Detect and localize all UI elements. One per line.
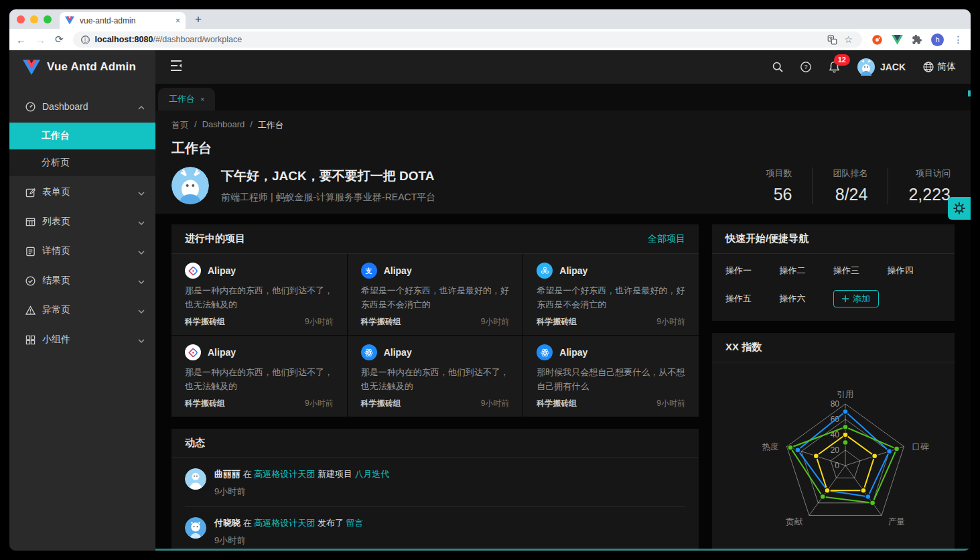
sidebar-group-dashboard[interactable]: Dashboard [9,93,155,120]
activity-card-title: 动态 [185,437,205,449]
quick-link-3[interactable]: 操作三 [833,265,888,277]
header-stats: 项目数 56 团队排名 8/24 项目访问 2,223 [746,167,955,204]
project-group[interactable]: 科学搬砖组 [185,316,225,328]
browser-tab[interactable]: vue-antd-admin × [60,12,186,29]
extensions-puzzle-icon[interactable] [912,34,922,45]
warning-icon [25,305,36,316]
chevron-down-icon [138,187,145,198]
project-group[interactable]: 科学搬砖组 [185,398,225,409]
project-group[interactable]: 科学搬砖组 [361,316,401,328]
chevron-down-icon [138,275,145,286]
chevron-down-icon [138,246,145,257]
chevron-down-icon [138,305,145,316]
project-group[interactable]: 科学搬砖组 [537,398,577,409]
sidebar-group-result[interactable]: 结果页 [9,267,155,294]
help-icon[interactable]: ? [800,62,811,72]
close-tab-icon[interactable]: × [176,16,180,25]
quick-link-2[interactable]: 操作二 [780,265,834,277]
greeting-subtitle: 前端工程师 | 蚂蚁金服-计算服务事业群-REACT平台 [221,192,746,204]
new-tab-button[interactable]: + [195,13,202,26]
browser-menu-icon[interactable]: ⋮ [953,34,964,46]
activity-group-link[interactable]: 高逼格设计天团 [254,518,315,528]
notifications-bell-icon[interactable]: 12 [829,61,840,73]
sidebar-group-form[interactable]: 表单页 [9,179,155,206]
project-group[interactable]: 科学搬砖组 [537,316,577,328]
svg-text:引用: 引用 [837,390,854,399]
all-projects-link[interactable]: 全部项目 [648,233,685,245]
back-icon[interactable]: ← [16,34,26,46]
quick-link-6[interactable]: 操作六 [780,293,834,305]
quick-link-5[interactable]: 操作五 [725,293,780,305]
quick-link-1[interactable]: 操作一 [725,265,780,277]
activity-user[interactable]: 曲丽丽 [214,469,240,479]
translate-icon[interactable] [827,35,837,45]
project-card[interactable]: 支 Alipay 希望是一个好东西，也许是最好的，好东西是不会消亡的 科学搬砖组… [348,254,523,335]
project-card[interactable]: Alipay 那时候我只会想自己想要什么，从不想自己拥有什么 科学搬砖组 9小时… [523,336,699,417]
greeting-text: 下午好，JACK，要不要打一把 DOTA [221,167,746,185]
quick-link-4[interactable]: 操作四 [888,265,942,277]
stat-projects: 项目数 56 [746,167,812,204]
chevron-up-icon [138,101,145,112]
radar-card-title: XX 指数 [725,341,762,354]
browser-toolbar: ← → ⟳ ⓘ localhost:8080/#/dashboard/workp… [9,29,971,50]
app-logo[interactable]: Vue Antd Admin [9,50,155,84]
page-tabbar: 工作台 × [155,84,971,111]
minimize-window-button[interactable] [30,15,38,23]
notification-badge: 12 [834,54,850,66]
atom-logo-icon [361,344,377,360]
bookmark-star-icon[interactable]: ☆ [843,34,854,46]
check-circle-icon [25,276,36,286]
widget-icon [25,335,36,345]
project-time: 9小时前 [305,398,334,409]
horizontal-scrollbar[interactable] [155,549,971,551]
page-tab-workplace[interactable]: 工作台 × [158,88,215,111]
breadcrumb-home[interactable]: 首页 [171,119,189,131]
vertical-scrollbar-thumb[interactable] [968,90,971,96]
activity-user[interactable]: 付晓晓 [214,518,240,528]
activity-group-link[interactable]: 高逼格设计天团 [254,469,315,479]
project-desc: 希望是一个好东西，也许是最好的，好东西是不会消亡的 [361,283,510,312]
add-button[interactable]: 添加 [833,290,879,307]
user-menu[interactable]: JACK [857,58,906,76]
url-bar[interactable]: ⓘ localhost:8080/#/dashboard/workplace ☆ [73,31,862,48]
project-card[interactable]: Alipay 那是一种内在的东西，他们到达不了，也无法触及的 科学搬砖组 9小时… [171,254,347,335]
forward-icon[interactable]: → [36,34,46,46]
stat-visits: 项目访问 2,223 [888,167,955,204]
project-card[interactable]: Alipay 希望是一个好东西，也许是最好的，好东西是不会消亡的 科学搬砖组 9… [523,254,699,335]
language-switcher[interactable]: 简体 [923,61,956,73]
project-card[interactable]: Alipay 那是一种内在的东西，他们到达不了，也无法触及的 科学搬砖组 9小时… [171,336,347,417]
sidebar-group-exception[interactable]: 异常页 [9,297,155,324]
close-window-button[interactable] [17,15,25,23]
menu-fold-icon[interactable] [170,60,182,74]
stat-ranking: 团队排名 8/24 [812,167,888,204]
vue-favicon-icon [65,16,74,25]
settings-gear-button[interactable] [948,197,971,220]
browser-profile-avatar[interactable]: h [931,33,944,46]
breadcrumb-dashboard[interactable]: Dashboard [202,119,245,131]
project-group[interactable]: 科学搬砖组 [361,398,401,409]
project-name: Alipay [384,347,412,358]
svg-text:0: 0 [835,461,839,470]
vue-devtools-icon[interactable] [892,35,903,45]
sidebar-group-widget[interactable]: 小组件 [9,326,155,353]
radar-card: XX 指数 020406080引用口碑产量贡献热度 a b c [712,333,955,551]
sidebar-group-label: 结果页 [42,275,131,287]
window-controls[interactable] [9,9,60,29]
search-icon[interactable] [772,62,783,72]
activity-target-link[interactable]: 留言 [346,518,364,528]
flower-logo-icon [537,263,553,279]
extension-orange-icon[interactable] [871,34,883,46]
sidebar-group-detail[interactable]: 详情页 [9,238,155,265]
zoom-window-button[interactable] [44,15,52,23]
sidebar-group-list[interactable]: 列表页 [9,208,155,235]
antd-logo-icon [185,344,201,360]
reload-icon[interactable]: ⟳ [55,33,64,46]
site-info-icon[interactable]: ⓘ [81,36,90,44]
activity-target-link[interactable]: 八月迭代 [355,469,390,479]
close-page-tab-icon[interactable]: × [200,95,204,103]
project-card[interactable]: Alipay 那是一种内在的东西，他们到达不了，也无法触及的 科学搬砖组 9小时… [348,336,523,417]
sidebar-item-analysis[interactable]: 分析页 [9,149,155,176]
atom-logo-icon [537,344,553,360]
chevron-down-icon [138,216,145,227]
sidebar-item-workplace[interactable]: 工作台 [9,123,155,149]
